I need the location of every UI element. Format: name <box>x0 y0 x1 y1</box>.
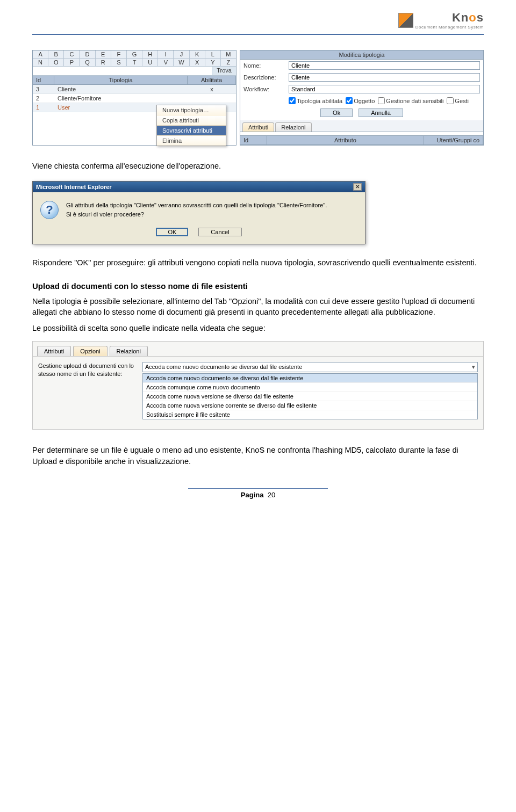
para-confirm: Viene chiesta conferma all'esecuzione de… <box>32 161 484 171</box>
alpha-W[interactable]: W <box>174 59 189 67</box>
tab-relazioni[interactable]: Relazioni <box>275 122 311 132</box>
dialog-message: Gli attributi della tipologia "Cliente" … <box>66 201 327 219</box>
alpha-A[interactable]: A <box>33 50 48 59</box>
ctx-copy-attributes[interactable]: Copia attributi <box>157 115 226 126</box>
descrizione-input[interactable] <box>289 73 480 82</box>
alpha-D[interactable]: D <box>80 50 95 59</box>
typology-ui: A B C D E F G H I J K L M N O P Q R S T … <box>32 50 484 146</box>
alpha-row-1: A B C D E F G H I J K L M <box>33 50 236 59</box>
document-body: Viene chiesta conferma all'esecuzione de… <box>32 161 484 467</box>
alpha-V[interactable]: V <box>158 59 174 67</box>
alpha-N[interactable]: N <box>33 59 48 67</box>
alpha-R[interactable]: R <box>96 59 111 67</box>
logo: Knos Document Management System <box>398 11 484 30</box>
alpha-M[interactable]: M <box>221 50 236 59</box>
table-row[interactable]: 2 Cliente/Fornitore <box>33 94 236 103</box>
attr-col-utenti: Utenti/Gruppi co <box>424 136 483 144</box>
search-button[interactable]: Trova <box>212 67 236 75</box>
panel-title: Modifica tipologia <box>240 50 483 60</box>
grid-header: Id Tipologia Abilitata <box>33 76 236 85</box>
tab-attributi[interactable]: Attributi <box>242 122 274 132</box>
alpha-Q[interactable]: Q <box>80 59 95 67</box>
alpha-E[interactable]: E <box>96 50 111 59</box>
alpha-H[interactable]: H <box>142 50 158 59</box>
alpha-S[interactable]: S <box>111 59 127 67</box>
workflow-input[interactable] <box>289 85 480 93</box>
col-id: Id <box>33 76 54 84</box>
col-abilitata: Abilitata <box>188 76 236 84</box>
context-menu: Nuova tipologia… Copia attributi Sovrasc… <box>156 105 226 146</box>
question-icon: ? <box>40 201 59 219</box>
tab-attributi[interactable]: Attributi <box>37 346 71 356</box>
option-item[interactable]: Accoda come nuovo documento se diverso d… <box>143 374 477 383</box>
dialog-cancel-button[interactable]: Cancel <box>198 228 241 236</box>
dialog-titlebar: Microsoft Internet Explorer ✕ <box>33 182 365 192</box>
alpha-J[interactable]: J <box>174 50 189 59</box>
attr-col-attributo: Attributo <box>267 136 424 144</box>
tab-opzioni[interactable]: Opzioni <box>73 346 107 356</box>
chk-dati-sensibili[interactable]: Gestione dati sensibili <box>378 97 443 104</box>
alpha-row-2: N O P Q R S T U V W X Y Z <box>33 59 236 67</box>
para-respond-ok: Rispondere "OK" per proseguire: gli attr… <box>32 257 484 268</box>
alpha-C[interactable]: C <box>64 50 80 59</box>
ok-button[interactable]: Ok <box>320 108 353 117</box>
dialog-ok-button[interactable]: OK <box>156 228 188 236</box>
chk-gesti[interactable]: Gesti <box>447 97 469 104</box>
close-icon[interactable]: ✕ <box>353 183 362 191</box>
attr-grid-header: Id Attributo Utenti/Gruppi co <box>240 135 483 145</box>
alpha-X[interactable]: X <box>190 59 205 67</box>
checkbox-row: Tipologia abilitata Oggetto Gestione dat… <box>240 95 483 107</box>
alpha-U[interactable]: U <box>142 59 158 67</box>
option-item[interactable]: Accoda come nuova versione se diverso da… <box>143 392 477 401</box>
page-header: Knos Document Management System <box>32 11 484 30</box>
alpha-P[interactable]: P <box>64 59 80 67</box>
table-row[interactable]: 3 Cliente x <box>33 85 236 94</box>
logo-icon <box>398 13 413 28</box>
para-upload-desc: Nella tipologia è possibile selezionare,… <box>32 296 484 318</box>
logo-text: Knos Document Management System <box>415 11 484 30</box>
cancel-button[interactable]: Annulla <box>359 108 403 117</box>
dialog-title: Microsoft Internet Explorer <box>36 184 112 190</box>
upload-option-select[interactable]: Accoda come nuovo documento se diverso d… <box>142 362 478 419</box>
alpha-F[interactable]: F <box>111 50 127 59</box>
typology-list-panel: A B C D E F G H I J K L M N O P Q R S T … <box>32 50 236 146</box>
upload-options-panel: Attributi Opzioni Relazioni Gestione upl… <box>32 341 484 430</box>
search-row: Trova <box>33 67 236 76</box>
select-box[interactable]: Accoda come nuovo documento se diverso d… <box>142 362 478 372</box>
label-nome: Nome: <box>243 62 285 69</box>
alpha-B[interactable]: B <box>48 50 64 59</box>
ctx-delete[interactable]: Elimina <box>157 136 226 146</box>
chk-oggetto[interactable]: Oggetto <box>346 97 375 104</box>
alpha-L[interactable]: L <box>205 50 221 59</box>
search-input[interactable] <box>33 67 212 75</box>
chk-tipologia-abilitata[interactable]: Tipologia abilitata <box>289 97 342 104</box>
nome-input[interactable] <box>289 61 480 70</box>
para-options-intro: Le possibilità di scelta sono quelle ind… <box>32 323 484 334</box>
alpha-I[interactable]: I <box>158 50 174 59</box>
alpha-O[interactable]: O <box>48 59 64 67</box>
option-item[interactable]: Sostituisci sempre il file esitente <box>143 410 477 419</box>
page-footer: Pagina 20 <box>32 488 484 499</box>
confirm-dialog: Microsoft Internet Explorer ✕ ? Gli attr… <box>32 181 366 244</box>
attr-col-id: Id <box>240 136 267 144</box>
option-item[interactable]: Accoda come nuova versione corrente se d… <box>143 401 477 410</box>
typology-edit-panel: Modifica tipologia Nome: Descrizione: Wo… <box>240 50 484 146</box>
alpha-K[interactable]: K <box>190 50 205 59</box>
tab-relazioni[interactable]: Relazioni <box>110 346 148 356</box>
tabs: Attributi Relazioni <box>240 120 483 132</box>
chevron-down-icon: ▾ <box>472 364 475 371</box>
alpha-G[interactable]: G <box>127 50 142 59</box>
header-rule <box>32 34 484 35</box>
ctx-new-typology[interactable]: Nuova tipologia… <box>157 105 226 115</box>
section-heading: Upload di documenti con lo stesso nome d… <box>32 281 484 291</box>
select-dropdown: Accoda come nuovo documento se diverso d… <box>142 373 478 419</box>
ctx-overwrite-attributes[interactable]: Sovrascrivi attributi <box>157 126 226 136</box>
label-descrizione: Descrizione: <box>243 74 285 81</box>
alpha-T[interactable]: T <box>127 59 142 67</box>
alpha-Z[interactable]: Z <box>221 59 236 67</box>
option-item[interactable]: Accoda comunque come nuovo documento <box>143 383 477 392</box>
alpha-Y[interactable]: Y <box>205 59 221 67</box>
col-tipologia: Tipologia <box>54 76 188 84</box>
para-hashing: Per determinare se un file è uguale o me… <box>32 445 484 467</box>
grid-body: 3 Cliente x 2 Cliente/Fornitore 1 User N… <box>33 85 236 142</box>
